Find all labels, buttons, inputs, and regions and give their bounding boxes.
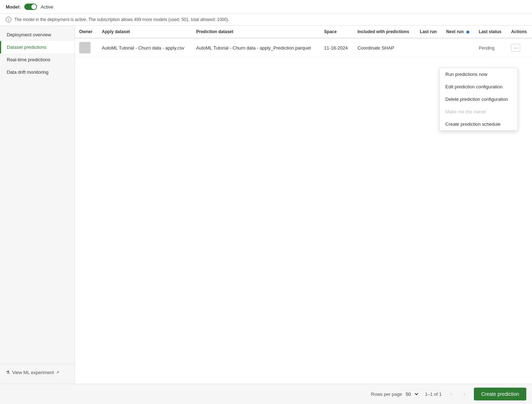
last-status-cell: Pending <box>475 38 507 57</box>
col-apply-dataset: Apply dataset <box>98 26 192 38</box>
actions-dropdown-menu: Run predictions now Edit prediction conf… <box>439 68 518 131</box>
dropdown-run-now[interactable]: Run predictions now <box>440 68 517 81</box>
col-last-run: Last run <box>416 26 442 38</box>
owner-avatar <box>79 42 91 53</box>
col-next-run: Next run <box>442 26 475 38</box>
sidebar-item-realtime-predictions[interactable]: Real-time predictions <box>0 53 75 66</box>
bottom-bar: Rows per page 50 25 100 1–1 of 1 ‹ › Cre… <box>0 384 532 404</box>
create-prediction-button[interactable]: Create prediction <box>474 388 526 400</box>
dropdown-create-schedule[interactable]: Create prediction schedule <box>440 118 517 130</box>
sidebar-nav: Deployment overview Dataset predictions … <box>0 29 75 364</box>
apply-dataset-cell: AutoML Tutorial - Churn data - apply.csv <box>98 38 192 57</box>
pagination-prev-button[interactable]: ‹ <box>447 389 455 399</box>
view-ml-experiment-link[interactable]: ⚗ View ML experiment ↗ <box>6 370 69 375</box>
dropdown-delete-config[interactable]: Delete prediction configuration <box>440 93 517 105</box>
info-bar: i The model in the deployment is active.… <box>0 14 532 26</box>
dropdown-make-owner: Make me the owner <box>440 105 517 118</box>
model-toggle[interactable] <box>24 4 37 10</box>
content-area: Owner Apply dataset Prediction dataset S… <box>75 26 532 384</box>
last-run-cell <box>416 38 442 57</box>
space-cell: 11-18-2024 <box>320 38 353 57</box>
flask-icon: ⚗ <box>6 370 10 375</box>
table-container: Owner Apply dataset Prediction dataset S… <box>75 26 532 57</box>
status-badge: Pending <box>479 46 495 51</box>
info-icon: i <box>6 17 11 22</box>
next-run-cell <box>442 38 475 57</box>
col-included-with-predictions: Included with predictions <box>353 26 416 38</box>
col-actions: Actions <box>507 26 532 38</box>
next-run-dot <box>466 31 469 33</box>
rows-per-page-label: Rows per page <box>371 392 402 397</box>
table-row: AutoML Tutorial - Churn data - apply.csv… <box>75 38 532 57</box>
pagination-info: 1–1 of 1 <box>425 392 442 397</box>
sidebar-item-dataset-predictions[interactable]: Dataset predictions <box>0 41 75 53</box>
rows-per-page-container: Rows per page 50 25 100 <box>371 391 419 397</box>
col-space: Space <box>320 26 353 38</box>
info-message: The model in the deployment is active. T… <box>14 17 229 22</box>
owner-cell <box>75 38 98 57</box>
rows-per-page-select[interactable]: 50 25 100 <box>404 391 419 397</box>
prediction-dataset-cell: AutoML Tutorial - Churn data - apply_Pre… <box>192 38 320 57</box>
sidebar-item-deployment-overview[interactable]: Deployment overview <box>0 29 75 41</box>
view-ml-label: View ML experiment <box>12 370 54 375</box>
sidebar: Deployment overview Dataset predictions … <box>0 26 75 384</box>
pagination-next-button[interactable]: › <box>461 389 468 399</box>
toggle-switch[interactable] <box>24 4 37 10</box>
model-status: Active <box>41 4 53 10</box>
col-prediction-dataset: Prediction dataset <box>192 26 320 38</box>
top-bar: Model: Active <box>0 0 532 14</box>
dropdown-edit-config[interactable]: Edit prediction configuration <box>440 81 517 93</box>
main-content: Deployment overview Dataset predictions … <box>0 26 532 384</box>
included-with-predictions-cell: Coordinate SHAP <box>353 38 416 57</box>
external-link-icon: ↗ <box>56 370 59 375</box>
col-owner: Owner <box>75 26 98 38</box>
model-label: Model: <box>6 4 21 10</box>
predictions-table: Owner Apply dataset Prediction dataset S… <box>75 26 532 57</box>
col-last-status: Last status <box>475 26 507 38</box>
actions-cell: ··· <box>507 38 532 57</box>
sidebar-bottom: ⚗ View ML experiment ↗ <box>0 364 75 381</box>
row-actions-button[interactable]: ··· <box>511 44 520 52</box>
sidebar-item-data-drift-monitoring[interactable]: Data drift monitoring <box>0 66 75 78</box>
